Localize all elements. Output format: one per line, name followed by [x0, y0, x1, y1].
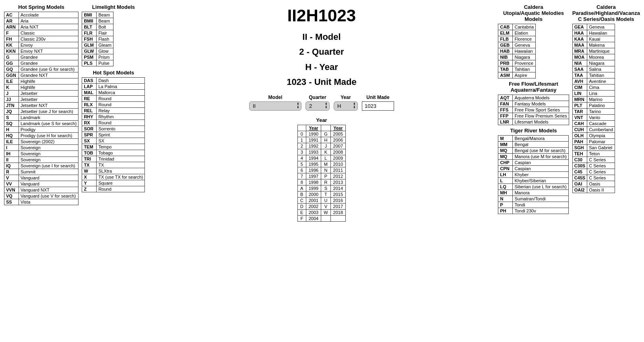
model-name: Olympia: [587, 133, 615, 139]
year-code: 0: [297, 131, 306, 137]
model-name: Sovereign (2002): [19, 139, 78, 145]
model-code: OLH: [572, 133, 587, 139]
model-code: C45: [572, 169, 587, 175]
model-code: KKN: [4, 48, 19, 54]
model-col: Model II: [249, 95, 301, 111]
model-name: SLXtra: [97, 168, 145, 174]
table-row: RLXRound: [82, 102, 145, 108]
table-row: TARTarino: [572, 109, 615, 115]
table-row: FClassic: [4, 30, 78, 36]
quarter-label: Quarter: [309, 95, 326, 100]
year-code: M: [321, 161, 330, 167]
model-code: MRA: [572, 48, 587, 54]
table-row: KKEnvoy: [4, 42, 78, 48]
model-code: C30S: [572, 163, 587, 169]
model-name: C Series: [587, 163, 615, 169]
table-row: HABHawaiian: [498, 48, 536, 54]
model-code: KAA: [572, 36, 587, 42]
table-row: LHKhyber: [498, 172, 569, 178]
year-code: L: [321, 155, 330, 161]
year-code: A: [297, 185, 306, 191]
model-code: W: [82, 168, 97, 174]
table-row: OAIOasis: [572, 181, 615, 187]
model-code: J: [4, 91, 19, 97]
table-row: AVHAventine: [572, 78, 615, 84]
year-code: 6: [297, 167, 306, 173]
model-code: K: [4, 84, 19, 91]
subtitle-block: II - Model2 - QuarterH - Year1023 - Unit…: [287, 29, 357, 90]
table-row: FANFantasy Models: [498, 101, 569, 107]
model-name: C Series: [587, 175, 615, 181]
model-code: C45S: [572, 175, 587, 181]
model-code: CUH: [572, 127, 587, 133]
year-code: D: [297, 203, 306, 209]
model-select[interactable]: II: [249, 101, 301, 111]
model-name: Tobago: [97, 150, 145, 156]
table-row: GLMGleam: [82, 42, 113, 48]
model-name: Prodigy: [19, 127, 78, 133]
table-row: SORSorrento: [82, 126, 145, 132]
table-row: TEMTempo: [82, 144, 145, 150]
table-row: F2004: [297, 215, 345, 221]
table-row: IQSovereign (use I for search): [4, 163, 78, 169]
tiger-river-title: Tiger River Models: [498, 128, 569, 134]
year-code: V: [321, 203, 330, 209]
quarter-col: Quarter 2: [305, 95, 330, 111]
model-code: R: [4, 169, 19, 175]
model-name: Marino: [587, 97, 615, 103]
table-row: ZRound: [82, 186, 145, 192]
table-row: GGrandee: [4, 54, 78, 60]
unit-input[interactable]: [362, 101, 394, 111]
model-code: H: [4, 127, 19, 133]
model-name: Relay: [97, 108, 145, 114]
model-code: MQ: [498, 154, 513, 160]
model-code: PAH: [572, 139, 587, 145]
year-code: G: [321, 131, 330, 137]
model-code: MQ: [498, 148, 513, 154]
model-name: Jetsetter: [19, 97, 78, 103]
model-code: MAA: [572, 42, 587, 48]
model-name: Sovereign (use I for search): [19, 163, 78, 169]
model-code: JJ: [4, 97, 19, 103]
hot-spot-title: Hot Spot Models: [82, 70, 145, 76]
table-row: NIANiagara: [572, 60, 615, 66]
model-code: DAS: [82, 78, 97, 84]
hot-spring-table: ACAccoladeARAriaARNAria NXTFClassicFHCla…: [4, 12, 78, 205]
model-name: Aventine: [587, 78, 615, 84]
model-code: MM: [498, 142, 513, 148]
table-row: DASDash: [82, 78, 145, 84]
year-select[interactable]: H: [334, 101, 358, 111]
table-row: KKNEnvoy NXT: [4, 48, 78, 54]
model-name: Aria NXT: [19, 24, 78, 30]
year-value: 2003: [306, 209, 321, 215]
model-code: P: [498, 202, 513, 208]
table-row: FLBFlorence: [498, 36, 536, 42]
table-row: C45C Series: [572, 169, 615, 175]
model-name: Tahitian: [513, 66, 536, 72]
table-row: JJetsetter: [4, 91, 78, 97]
table-row: HProdigy: [4, 127, 78, 133]
year-select-wrapper[interactable]: H: [334, 101, 358, 111]
model-name: C Series: [587, 157, 615, 163]
table-row: MMBengal: [498, 142, 569, 148]
caldera-paradise-title: Caldera Paradise/Highland/Vacanza C Seri…: [572, 4, 640, 22]
table-row: 51995M2010: [297, 161, 345, 167]
model-name: Gleam: [97, 42, 113, 48]
model-code: GQ: [4, 66, 19, 72]
model-code: GGN: [4, 72, 19, 78]
model-name: Sovereign: [19, 157, 78, 163]
quarter-select-wrapper[interactable]: 2: [305, 101, 330, 111]
model-name: Vanguard: [19, 175, 78, 181]
year-code: 2: [297, 143, 306, 149]
year-code: R: [321, 179, 330, 185]
year-value: 2002: [306, 203, 321, 209]
model-name: San Gabriel: [587, 145, 615, 151]
model-name: Grandee: [19, 54, 78, 60]
table-row: MALMallorca: [82, 90, 145, 96]
model-select-wrapper[interactable]: II: [249, 101, 301, 111]
model-code: TAR: [572, 109, 587, 115]
table-row: SPRSprint: [82, 132, 145, 138]
quarter-select[interactable]: 2: [305, 101, 330, 111]
table-row: SLandmark: [4, 115, 78, 121]
table-row: BMIIBeam: [82, 18, 113, 24]
